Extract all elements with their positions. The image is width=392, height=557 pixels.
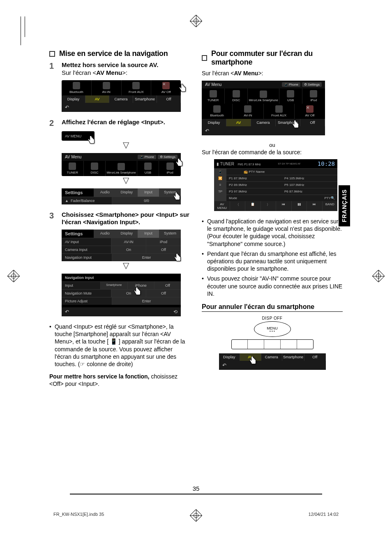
step-number: 1	[49, 61, 57, 77]
language-tab: FRANÇAIS	[339, 185, 350, 226]
page-number-rule	[70, 494, 205, 494]
navigation-input-screenshot: Navigation Input InputSmartphoneiPhoneOf…	[62, 274, 181, 316]
page-number: 35	[193, 485, 200, 492]
bullet-icon: •	[202, 275, 204, 297]
back-icon: ↶	[219, 361, 326, 370]
bullet-icon: •	[202, 250, 204, 273]
step-number: 3	[49, 211, 57, 227]
or-label: ou	[202, 142, 343, 148]
pointer-hand-icon	[178, 83, 188, 93]
av-menu-full-screenshot: AV Menu 📱 Phone ⚙ Settings TUNER DISC Mi…	[202, 81, 325, 135]
section-marker-icon	[202, 55, 207, 61]
flow-arrow-icon: ▽	[62, 175, 190, 185]
step-title: Affichez l'écran de réglage <Input>.	[62, 118, 190, 126]
flow-arrow-icon: ▽	[62, 140, 190, 150]
section-marker-icon	[49, 51, 55, 57]
av-menu-screenshot-1: Bluetooth AV-IN Front AUX ✕AV Off Displa…	[62, 80, 181, 112]
footer-left: FR_KW-NSX1[E].indb 35	[53, 512, 104, 517]
bullet-icon: •	[202, 218, 204, 248]
pointer-hand-icon	[173, 252, 183, 263]
registration-mark-right	[374, 272, 383, 281]
registration-mark-left	[9, 272, 18, 281]
guide-line	[21, 16, 21, 45]
disp-off-diagram: DISP OFF MENU • • •	[227, 316, 318, 349]
bullet-text: Quand l'application de navigation est en…	[207, 218, 343, 248]
subsection-title: Pour annuler l'écran du smartphone	[202, 303, 343, 312]
guide-line	[25, 16, 25, 37]
pointer-hand-icon	[172, 191, 182, 202]
cancel-tabs-screenshot: Display AV Camera Smartphone Off ↶	[219, 353, 326, 370]
pointer-hand-icon	[86, 135, 97, 145]
pointer-hand-icon	[174, 157, 185, 168]
back-icon: ↶	[65, 309, 69, 315]
footer-right: 12/04/21 14:02	[309, 512, 339, 517]
tuner-screenshot: ▮ TUNER FM1 P1 87.9 MHz ST DX TP NEWS AF…	[214, 159, 337, 211]
step-title: Choisissez <Smartphone> pour <Input> sur…	[62, 211, 190, 227]
pointer-hand-icon	[291, 119, 301, 130]
bullet-icon: •	[49, 323, 51, 368]
avmenu-button-screenshot: AV MENU	[62, 131, 95, 141]
source-control-label: Sur l'écran de commande de la source:	[202, 149, 343, 156]
flow-arrow-icon: ▽	[62, 260, 190, 270]
back-icon: ↶	[202, 126, 325, 135]
bullet-text: Pendant que l'écran du smartphone est af…	[207, 250, 343, 273]
registration-mark-top	[191, 16, 201, 26]
registration-mark-bottom	[191, 511, 201, 520]
home-icon: ⟲	[173, 309, 178, 315]
pointer-hand-icon	[132, 286, 143, 297]
pointer-hand-icon	[248, 355, 258, 366]
av-menu-screenshot-2: AV Menu 📱 Phone ⚙ Settings TUNER DISC Mi…	[62, 153, 181, 176]
back-icon: ↶	[62, 103, 181, 112]
disable-note: Pour mettre hors service la fonction, ch…	[49, 373, 190, 388]
step-number: 2	[49, 118, 57, 128]
bullet-text: Quand <Input> est réglé sur <Smartphone>…	[55, 323, 190, 368]
step-subtitle: Sur l'écran <AV Menu>:	[62, 69, 190, 77]
page-number-rule	[187, 494, 322, 494]
section-subtitle: Sur l'écran <AV Menu>:	[202, 70, 343, 77]
step-title: Mettez hors service la source AV.	[62, 61, 190, 69]
settings-bar-screenshot: Settings Audio Display Input System ▲ Fa…	[62, 188, 181, 204]
bullet-text: Vous pouvez choisir "AV-IN" comme source…	[207, 275, 343, 297]
section-title: Mise en service de la navigation	[59, 49, 168, 58]
settings-input-screenshot: Settings Audio Display Input System AV I…	[62, 230, 181, 261]
section-title: Pour commuter sur l'écran du smartphone	[211, 49, 343, 67]
